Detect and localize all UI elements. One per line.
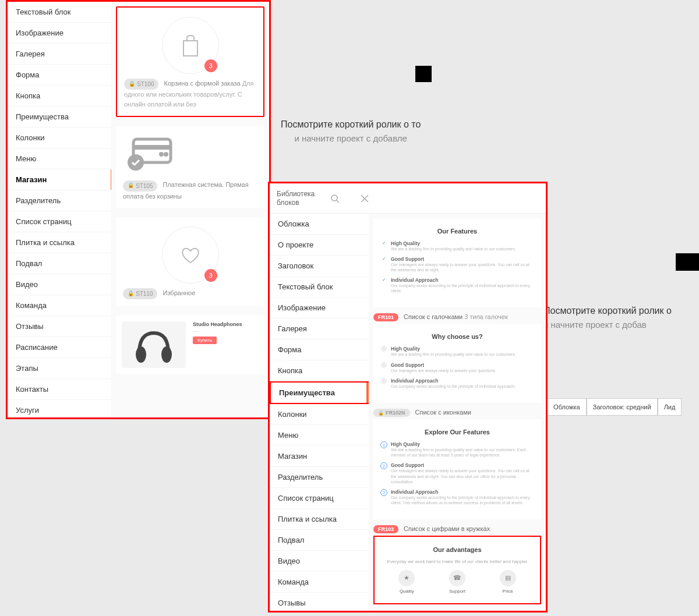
buy-button[interactable]: Купить <box>193 337 217 344</box>
block-library-panel-left: Текстовый блокИзображениеГалереяФормаКно… <box>6 0 271 419</box>
sidebar2-item-4[interactable]: Изображение <box>270 298 369 318</box>
advantage-col: ▤Price <box>500 570 516 594</box>
sidebar-item-1[interactable]: Изображение <box>8 23 111 44</box>
sidebar-item-14[interactable]: Команда <box>8 295 111 316</box>
sidebar-item-18[interactable]: Контакты <box>8 379 111 400</box>
row-icon: ✓ <box>380 256 387 261</box>
sidebar2-item-0[interactable]: Обложка <box>270 214 369 235</box>
lock-tag: 🔒ST100 <box>124 79 158 90</box>
lock-tag: 🔒ST110 <box>123 288 157 299</box>
feature-row: High QualityWe are a leading firm in pro… <box>380 346 534 357</box>
row-icon <box>380 362 387 369</box>
sidebar2-item-2[interactable]: Заголовок <box>270 256 369 277</box>
bg-hint2-line2: и начните проект с добав <box>543 320 672 330</box>
lock-icon: 🔒 <box>129 80 135 88</box>
card-meta: 🔒ST105 Платежная система. Прямая оплата … <box>123 180 257 201</box>
bg-hint2-line1: Посмотрите короткий ролик о <box>543 306 672 316</box>
sidebar-item-19[interactable]: Услуги <box>8 400 111 417</box>
sidebar2-item-8[interactable]: Преимущества <box>270 381 369 404</box>
headphones-icon <box>122 321 186 368</box>
sidebar-item-2[interactable]: Галерея <box>8 44 111 65</box>
block-library-panel-right: Библиотека блоков ОбложкаО проектеЗаголо… <box>268 182 548 613</box>
card-meta: 🔒ST110 Избранное <box>123 288 257 299</box>
close-icon[interactable] <box>361 194 384 203</box>
sidebar2-item-11[interactable]: Магазин <box>270 446 369 467</box>
sidebar-item-6[interactable]: Колонки <box>8 128 111 148</box>
heart-icon: 3 <box>162 226 219 284</box>
svg-line-8 <box>337 200 339 203</box>
feature-row: 1High QualityWe are a leading firm in pr… <box>380 441 534 458</box>
row-icon: ✓ <box>380 240 387 246</box>
block-preview-fr101[interactable]: Our Features ✓High QualityWe are a leadi… <box>373 218 541 307</box>
bg-dark-box-1 <box>415 66 432 82</box>
payment-icon <box>123 137 175 174</box>
sidebar2-item-14[interactable]: Плитка и ссылка <box>270 509 369 530</box>
block-card-st110[interactable]: 3 🔒ST110 Избранное <box>116 217 264 306</box>
panel-right-header: Библиотека блоков <box>270 183 546 214</box>
row-icon <box>380 378 387 385</box>
lock-tag: 🔒ST105 <box>123 180 157 192</box>
sidebar-item-13[interactable]: Видео <box>8 274 111 295</box>
card-meta: 🔒ST100 Корзина с формой заказа Для одног… <box>124 79 256 109</box>
sidebar2-item-15[interactable]: Подвал <box>270 530 369 551</box>
block-label-fr103: FR103 Список с цифрами в кружках <box>373 525 541 533</box>
block-preview-fr103[interactable]: Explore Our Features 1High QualityWe are… <box>373 419 541 519</box>
sidebar-item-0[interactable]: Текстовый блок <box>8 2 111 23</box>
sidebar-item-8[interactable]: Магазин <box>8 169 111 190</box>
sidebar-item-9[interactable]: Разделитель <box>8 190 111 211</box>
block-card-product[interactable]: Studio Headphones — Купить <box>116 316 264 374</box>
quick-btn-heading[interactable]: Заголовок: средний <box>587 398 658 416</box>
quick-btn-cover[interactable]: Обложка <box>547 398 586 416</box>
search-icon[interactable] <box>330 194 354 203</box>
sidebar2-item-16[interactable]: Видео <box>270 551 369 572</box>
bg-hint-text-1: Посмотрите короткий ролик о то и начните… <box>281 119 421 143</box>
sidebar-item-10[interactable]: Список страниц <box>8 211 111 232</box>
svg-rect-1 <box>133 145 171 150</box>
sidebar-item-15[interactable]: Отзывы <box>8 316 111 337</box>
feature-row: Good SupportOur managers are always read… <box>380 362 534 373</box>
right-sidebar: ОбложкаО проектеЗаголовокТекстовый блокИ… <box>270 214 369 611</box>
feature-row: 2Good SupportOur managers are always rea… <box>380 462 534 484</box>
bottom-quick-buttons: оки Обложка Заголовок: средний Лид <box>524 398 682 416</box>
sidebar2-item-5[interactable]: Галерея <box>270 318 369 339</box>
sidebar2-item-18[interactable]: Отзывы <box>270 593 369 611</box>
sidebar-item-11[interactable]: Плитка и ссылка <box>8 232 111 253</box>
sidebar-item-7[interactable]: Меню <box>8 148 111 169</box>
block-preview-advantages[interactable]: Our advantages Everyday we work hard to … <box>373 536 541 604</box>
block-card-st100[interactable]: 3 🔒ST100 Корзина с формой заказа Для одн… <box>116 6 264 117</box>
sidebar2-item-10[interactable]: Меню <box>270 425 369 446</box>
sidebar-item-16[interactable]: Расписание <box>8 337 111 358</box>
sidebar-item-17[interactable]: Этапы <box>8 358 111 379</box>
sidebar2-item-13[interactable]: Список страниц <box>270 488 369 509</box>
cart-icon: 3 <box>162 17 219 74</box>
left-preview-area: 3 🔒ST100 Корзина с формой заказа Для одн… <box>111 2 269 417</box>
feature-row: ✓High QualityWe are a leading firm in pr… <box>380 240 534 252</box>
row-icon: ✓ <box>380 277 387 282</box>
sidebar-item-5[interactable]: Преимущества <box>8 107 111 128</box>
sidebar2-item-7[interactable]: Кнопка <box>270 360 369 381</box>
quick-btn-lead[interactable]: Лид <box>658 398 682 416</box>
row-icon: 3 <box>380 489 387 496</box>
sidebar2-item-12[interactable]: Разделитель <box>270 467 369 488</box>
bg-hint-line1: Посмотрите короткий ролик о то <box>281 119 421 130</box>
sidebar-item-12[interactable]: Подвал <box>8 253 111 274</box>
sidebar-item-3[interactable]: Форма <box>8 65 111 86</box>
fav-count-badge: 3 <box>204 269 217 282</box>
sidebar-item-4[interactable]: Кнопка <box>8 86 111 107</box>
header-title: Библиотека блоков <box>277 190 323 207</box>
sidebar2-item-3[interactable]: Текстовый блок <box>270 277 369 298</box>
bg-hint-line2: и начните проект с добавле <box>281 133 421 143</box>
sidebar2-item-1[interactable]: О проекте <box>270 235 369 256</box>
advantage-icon: ☎ <box>449 570 465 586</box>
advantage-icon: ★ <box>398 570 415 586</box>
block-preview-fr102n[interactable]: Why choose us? High QualityWe are a lead… <box>373 324 541 402</box>
svg-point-2 <box>159 152 164 157</box>
sidebar2-item-17[interactable]: Команда <box>270 572 369 593</box>
block-label-fr101: FR101 Список с галочками 3 типа галочек <box>373 313 541 321</box>
lock-icon: 🔒 <box>378 410 384 416</box>
svg-point-7 <box>331 195 337 201</box>
block-card-st105[interactable]: 🔒ST105 Платежная система. Прямая оплата … <box>116 126 264 208</box>
left-sidebar: Текстовый блокИзображениеГалереяФормаКно… <box>8 2 111 417</box>
sidebar2-item-6[interactable]: Форма <box>270 339 369 360</box>
sidebar2-item-9[interactable]: Колонки <box>270 404 369 425</box>
